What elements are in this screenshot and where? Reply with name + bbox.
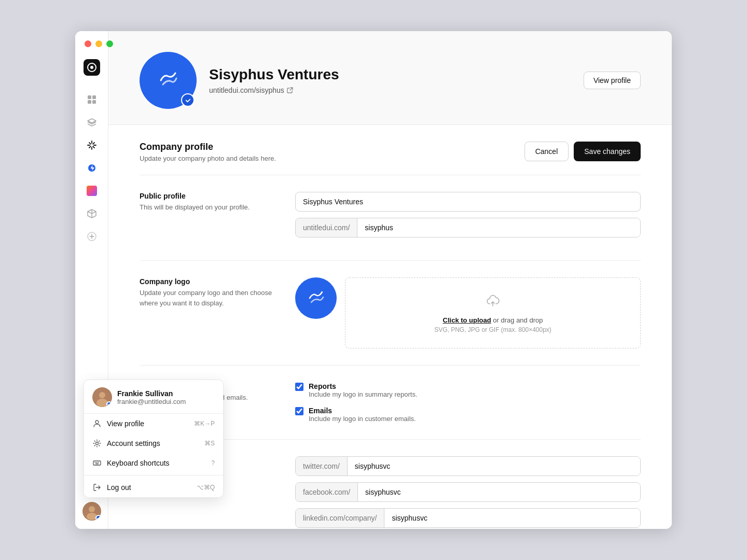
section-description: Update your company photo and details he… — [140, 155, 276, 162]
click-to-upload[interactable]: Click to upload — [443, 316, 491, 324]
public-profile-fields: untitledui.com/ — [295, 192, 641, 244]
bolt-icon — [87, 163, 97, 173]
gradient-icon — [87, 186, 97, 196]
log-out-label: Log out — [107, 483, 131, 492]
svg-rect-8 — [87, 186, 97, 196]
linkedin-input-group: linkedin.com/company/ — [295, 508, 641, 528]
emails-checkbox-item: Emails Include my logo in customer email… — [295, 407, 641, 423]
dropdown-avatar-badge — [106, 401, 112, 407]
logo-upload-row: Click to upload or drag and drop SVG, PN… — [295, 277, 641, 348]
sparkle-icon — [87, 140, 97, 150]
section-heading: Company profile — [140, 142, 276, 152]
dropdown-item-view-profile[interactable]: View profile ⌘K→P — [84, 414, 223, 433]
twitter-input-group: twitter.com/ — [295, 456, 641, 476]
emails-desc: Include my logo in customer emails. — [309, 415, 416, 423]
company-logo-desc: Update your company logo and then choose… — [140, 288, 274, 308]
public-profile-section: Public profile This will be displayed on… — [140, 175, 641, 261]
user-avatar[interactable] — [82, 502, 101, 521]
add-icon — [87, 231, 97, 242]
close-button[interactable] — [85, 40, 91, 47]
company-url-input[interactable] — [357, 218, 640, 237]
minimize-button[interactable] — [95, 40, 102, 47]
upload-hint: SVG, PNG, JPG or GIF (max. 800×400px) — [356, 326, 630, 333]
dropdown-item-keyboard-shortcuts-left: Keyboard shortcuts — [92, 458, 170, 468]
verified-badge-small — [95, 515, 101, 521]
sidebar-item-add[interactable] — [81, 226, 102, 247]
fullscreen-button[interactable] — [106, 40, 113, 47]
dropdown-item-account-settings-left: Account settings — [92, 439, 160, 448]
dropdown-item-view-profile-left: View profile — [92, 419, 144, 428]
sidebar-item-bolt[interactable] — [81, 158, 102, 178]
sidebar-item-gradient[interactable] — [81, 180, 102, 201]
svg-point-12 — [89, 506, 95, 512]
svg-rect-6 — [92, 100, 96, 104]
company-info: Sisyphus Ventures untitledui.com/sisyphu… — [209, 66, 571, 94]
facebook-prefix: facebook.com/ — [296, 483, 358, 501]
cube-icon — [87, 208, 97, 219]
sidebar-item-cube[interactable] — [81, 203, 102, 224]
branding-fields: Reports Include my logo in summary repor… — [295, 382, 641, 423]
view-profile-button[interactable]: View profile — [584, 72, 641, 89]
logo-icon — [84, 59, 100, 76]
sidebar-item-layers[interactable] — [81, 112, 102, 133]
svg-rect-4 — [92, 95, 96, 99]
account-settings-shortcut: ⌘S — [204, 440, 215, 447]
company-name-input[interactable] — [295, 192, 641, 212]
twitter-input[interactable] — [348, 457, 640, 475]
sidebar-item-sparkle[interactable] — [81, 135, 102, 156]
company-avatar-wrap — [140, 52, 197, 109]
company-name: Sisyphus Ventures — [209, 66, 571, 83]
reports-label: Reports Include my logo in summary repor… — [309, 382, 418, 398]
reports-title: Reports — [309, 382, 418, 390]
sidebar-item-dashboard[interactable] — [81, 89, 102, 110]
branding-checkboxes: Reports Include my logo in summary repor… — [295, 382, 641, 423]
upload-text: Click to upload or drag and drop — [356, 316, 630, 324]
upload-area[interactable]: Click to upload or drag and drop SVG, PN… — [345, 277, 641, 348]
company-logo-label: Company logo Update your company logo an… — [140, 277, 274, 348]
company-logo-title: Company logo — [140, 277, 274, 286]
dropdown-item-account-settings[interactable]: Account settings ⌘S — [84, 433, 223, 453]
company-logo-fields: Click to upload or drag and drop SVG, PN… — [295, 277, 641, 348]
emails-checkbox[interactable] — [295, 407, 303, 415]
linkedin-prefix: linkedin.com/company/ — [296, 509, 384, 527]
reports-checkbox-item: Reports Include my logo in summary repor… — [295, 382, 641, 398]
keyboard-shortcuts-label: Keyboard shortcuts — [107, 459, 170, 467]
dropdown-user-header: Frankie Sullivan frankie@untitledui.com — [84, 380, 223, 414]
settings-icon — [92, 439, 102, 448]
company-url: untitledui.com/sisyphus — [209, 86, 571, 94]
top-action-buttons: Cancel Save changes — [524, 142, 641, 161]
dropdown-item-log-out[interactable]: Log out ⌥⌘Q — [84, 478, 223, 497]
public-profile-desc: This will be displayed on your profile. — [140, 202, 274, 213]
company-logo-icon — [153, 65, 184, 96]
keyboard-icon — [92, 458, 102, 468]
reports-checkbox[interactable] — [295, 383, 303, 391]
facebook-input[interactable] — [358, 483, 640, 501]
svg-rect-5 — [88, 100, 91, 104]
dropdown-user-name: Frankie Sullivan — [117, 389, 186, 398]
current-logo-preview — [295, 277, 337, 319]
company-profile-header-text: Company profile Update your company phot… — [140, 142, 276, 162]
dropdown-avatar — [92, 387, 112, 407]
grid-icon — [87, 94, 97, 105]
twitter-prefix: twitter.com/ — [296, 457, 348, 475]
app-logo[interactable] — [82, 58, 101, 77]
dropdown-item-keyboard-shortcuts[interactable]: Keyboard shortcuts ? — [84, 453, 223, 473]
view-profile-label: View profile — [107, 419, 144, 428]
user-icon — [92, 419, 102, 428]
dropdown-divider — [84, 475, 223, 475]
svg-rect-3 — [88, 95, 91, 99]
emails-title: Emails — [309, 407, 416, 415]
log-out-shortcut: ⌥⌘Q — [197, 484, 215, 491]
top-cancel-button[interactable]: Cancel — [524, 142, 569, 161]
verified-badge — [181, 93, 195, 107]
svg-point-20 — [96, 442, 99, 445]
top-save-button[interactable]: Save changes — [574, 142, 641, 161]
cloud-upload-icon — [485, 292, 501, 309]
company-url-input-group: untitledui.com/ — [295, 218, 641, 237]
company-header: Sisyphus Ventures untitledui.com/sisyphu… — [108, 31, 672, 125]
traffic-lights — [85, 40, 113, 47]
view-profile-shortcut: ⌘K→P — [194, 420, 215, 427]
linkedin-input[interactable] — [384, 509, 640, 527]
logout-icon — [92, 483, 102, 492]
social-profiles-fields: twitter.com/ facebook.com/ linkedin.com/… — [295, 456, 641, 529]
